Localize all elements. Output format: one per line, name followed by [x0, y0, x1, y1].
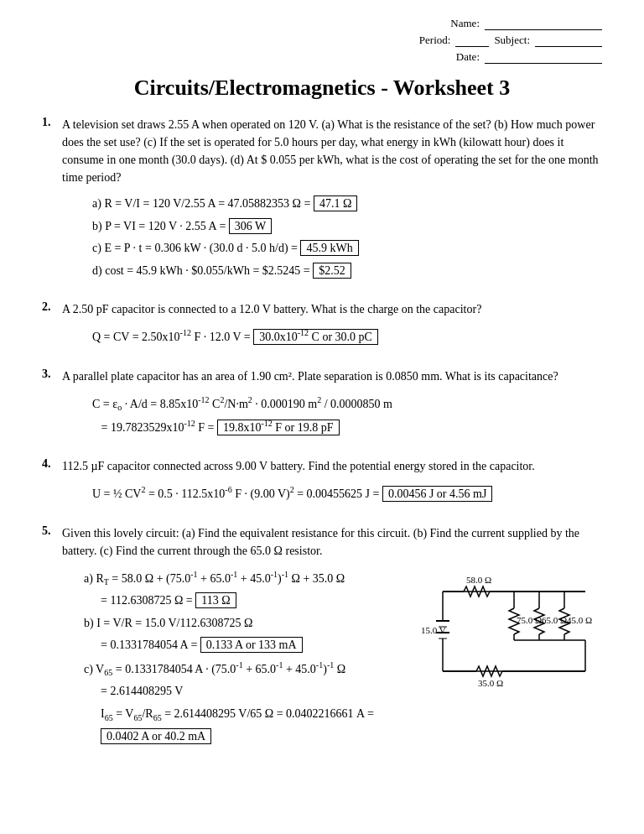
subject-label: Subject:	[494, 34, 530, 47]
answer-p5c: 0.0402 A or 40.2 mA	[101, 728, 211, 744]
problem-1-text: A television set draws 2.55 A when opera…	[62, 116, 602, 186]
p1-line-d: d) cost = 45.9 kWh · $0.055/kWh = $2.524…	[92, 260, 602, 283]
date-label: Date:	[456, 50, 480, 64]
date-field	[485, 50, 602, 64]
p5-line-b2: = 0.1331784054 A = 0.133 A or 133 mA	[101, 634, 409, 657]
problem-5-solution: a) RT = 58.0 Ω + (75.0-1 + 65.0-1 + 45.0…	[84, 566, 409, 748]
p5-line-b1: b) I = V/R = 15.0 V/112.6308725 Ω	[84, 612, 409, 635]
p1-line-c: c) E = P · t = 0.306 kW · (30.0 d · 5.0 …	[92, 237, 602, 260]
p1-line-a: a) R = V/I = 120 V/2.55 A = 47.05882353 …	[92, 193, 602, 216]
problem-1-solution: a) R = V/I = 120 V/2.55 A = 47.05882353 …	[92, 193, 602, 282]
problem-2-text: A 2.50 pF capacitor is connected to a 12…	[62, 300, 481, 318]
svg-text:75.0 Ω: 75.0 Ω	[517, 615, 542, 625]
name-label: Name:	[450, 17, 480, 30]
problem-5: 5. Given this lovely circuit: (a) Find t…	[42, 524, 602, 748]
answer-p1a: 47.1 Ω	[314, 195, 357, 211]
answer-p1b: 306 W	[229, 218, 272, 234]
problem-3-text: A parallel plate capacitor has an area o…	[62, 367, 558, 385]
page-title: Circuits/Electromagnetics - Worksheet 3	[42, 76, 602, 101]
problem-4-text: 112.5 µF capacitor connected across 9.00…	[62, 457, 535, 475]
answer-p1d: $2.52	[313, 263, 351, 279]
p5-line-a2: = 112.6308725 Ω = 113 Ω	[101, 590, 409, 612]
answer-p3: 19.8x10-12 F or 19.8 pF	[217, 420, 340, 435]
problem-3: 3. A parallel plate capacitor has an are…	[42, 367, 602, 440]
svg-text:15.0 V: 15.0 V	[421, 625, 446, 635]
answer-p2: 30.0x10-12 C or 30.0 pC	[253, 329, 378, 345]
problem-5-number: 5.	[42, 524, 57, 560]
period-field	[455, 34, 489, 47]
problem-2: 2. A 2.50 pF capacitor is connected to a…	[42, 300, 602, 348]
p2-line: Q = CV = 2.50x10-12 F · 12.0 V = 30.0x10…	[92, 325, 602, 348]
circuit-diagram: 15.0 V 58.0 Ω	[418, 575, 602, 692]
problem-2-number: 2.	[42, 300, 57, 318]
problem-5-text: Given this lovely circuit: (a) Find the …	[62, 524, 602, 560]
svg-text:35.0 Ω: 35.0 Ω	[478, 678, 503, 688]
name-field	[485, 17, 602, 30]
svg-text:58.0 Ω: 58.0 Ω	[466, 575, 491, 585]
p1-line-b: b) P = VI = 120 V · 2.55 A = 306 W	[92, 216, 602, 238]
problem-1: 1. A television set draws 2.55 A when op…	[42, 116, 602, 282]
answer-p4: 0.00456 J or 4.56 mJ	[382, 486, 492, 502]
problem-4: 4. 112.5 µF capacitor connected across 9…	[42, 457, 602, 505]
problem-4-solution: U = ½ CV2 = 0.5 · 112.5x10-6 F · (9.00 V…	[92, 482, 602, 505]
p4-line: U = ½ CV2 = 0.5 · 112.5x10-6 F · (9.00 V…	[92, 482, 602, 505]
answer-p5a: 113 Ω	[195, 592, 236, 608]
answer-p1c: 45.9 kWh	[300, 240, 358, 256]
subject-field	[535, 34, 602, 47]
p5-line-c1: c) V65 = 0.1331784054 A · (75.0-1 + 65.0…	[84, 657, 409, 680]
problem-3-solution: C = εo · A/d = 8.85x10-12 C2/N·m2 · 0.00…	[92, 392, 602, 440]
problem-4-number: 4.	[42, 457, 57, 475]
p5-line-c2: = 2.614408295 V	[101, 680, 409, 703]
p5-line-c3: I65 = V65/R65 = 2.614408295 V/65 Ω = 0.0…	[101, 703, 409, 748]
problem-1-number: 1.	[42, 116, 57, 186]
p3-line-2: = 19.7823529x10-12 F = 19.8x10-12 F or 1…	[92, 415, 602, 439]
header-info: Name: Period: Subject: Date:	[42, 17, 602, 67]
period-label: Period:	[419, 34, 451, 47]
p3-line-1: C = εo · A/d = 8.85x10-12 C2/N·m2 · 0.00…	[92, 392, 602, 415]
answer-p5b: 0.133 A or 133 mA	[200, 637, 303, 653]
svg-text:65.0 Ω: 65.0 Ω	[542, 615, 567, 625]
p5-line-a1: a) RT = 58.0 Ω + (75.0-1 + 65.0-1 + 45.0…	[84, 566, 409, 590]
svg-text:45.0 Ω: 45.0 Ω	[567, 615, 592, 625]
problem-2-solution: Q = CV = 2.50x10-12 F · 12.0 V = 30.0x10…	[92, 325, 602, 348]
problem-3-number: 3.	[42, 367, 57, 385]
